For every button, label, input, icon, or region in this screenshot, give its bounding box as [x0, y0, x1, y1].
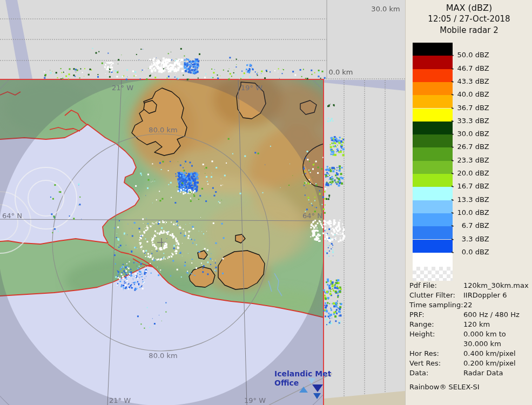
panel-header: MAX (dBZ) 12:05 / 27-Oct-2018 Mobile rad… [406, 2, 532, 36]
info-row: Hor Res:0.400 km/pixel [409, 349, 530, 359]
info-value: 0.400 km/pixel [463, 349, 530, 359]
legend-value-label: ▸10.0 dBZ [452, 208, 489, 217]
radar-application-window: 30.0 km 0.0 km 21° W 19° W 64° N 64° N 8… [0, 0, 532, 405]
legend-color-swatch [413, 161, 453, 174]
legend-color-swatch [413, 122, 453, 134]
lat-label-left: 64° N [2, 212, 22, 220]
info-row: Range:120 km [409, 320, 530, 329]
legend-value-label: ▸0.0 dBZ [452, 248, 489, 256]
legend-color-swatch [413, 69, 453, 82]
radar-display: 30.0 km 0.0 km 21° W 19° W 64° N 64° N 8… [0, 0, 405, 405]
legend-value-label: ▸33.3 dBZ [452, 117, 489, 125]
info-label [409, 339, 463, 349]
legend-color-swatch [413, 240, 453, 253]
info-value: 120km_30km.max [463, 281, 530, 291]
legend-value-label: ▸43.3 dBZ [452, 77, 489, 85]
legend-value-label: ▸30.0 dBZ [452, 130, 489, 138]
info-label: Range: [409, 320, 463, 329]
logo-triangle-mid-up [299, 387, 308, 393]
legend-value-label: ▸3.3 dBZ [452, 235, 489, 243]
legend-value-label: ▸26.7 dBZ [452, 143, 489, 151]
lon-label-bottom-left: 21° W [109, 396, 131, 404]
legend-value-label: ▸50.0 dBZ [452, 51, 489, 59]
legend-color-swatch [413, 82, 453, 95]
ring-label-bottom: 80.0 km [149, 352, 177, 360]
info-row: Height:0.000 km to [409, 329, 530, 339]
info-value: IIRDoppler 6 [463, 291, 530, 300]
met-office-logo-line1: Icelandic Met [274, 369, 334, 379]
legend-value-label: ▸6.7 dBZ [452, 221, 489, 230]
info-value: 120 km [463, 320, 530, 329]
info-value: Radar Data [463, 368, 530, 378]
logo-triangle-navy [312, 384, 323, 392]
info-row: Pdf File:120km_30km.max [409, 281, 530, 291]
info-row: Time sampling:22 [409, 300, 530, 310]
legend-color-swatch [413, 226, 453, 239]
legend-color-swatch [413, 200, 453, 213]
info-label: Data: [409, 368, 463, 378]
legend-value-label: ▸46.7 dBZ [452, 64, 489, 72]
legend-value-label: ▸20.0 dBZ [452, 169, 489, 177]
product-title: MAX (dBZ) [406, 2, 532, 14]
ring-label-top: 80.0 km [149, 126, 177, 134]
legend-color-swatch [413, 187, 453, 200]
lon-label-bottom-right: 19° W [244, 396, 266, 404]
info-label: Time sampling: [409, 300, 463, 310]
radar-name: Mobile radar 2 [406, 25, 532, 36]
info-value: 0.000 km to [463, 329, 530, 339]
legend-color-swatch [413, 95, 453, 108]
info-row: Vert Res:0.200 km/pixel [409, 359, 530, 368]
height-axis-min-label: 0.0 km [329, 68, 353, 76]
legend-value-label: ▸36.7 dBZ [452, 104, 489, 112]
legend-value-label: ▸23.3 dBZ [452, 156, 489, 164]
info-label: Clutter Filter: [409, 291, 463, 300]
met-office-logo: Icelandic Met Office [274, 369, 334, 388]
legend-value-label: ▸16.7 dBZ [452, 182, 489, 190]
legend-color-swatch [413, 56, 453, 69]
info-value: 0.200 km/pixel [463, 359, 530, 368]
legend-color-swatch [413, 134, 453, 147]
legend-below-min-swatch [413, 253, 453, 267]
info-row: PRF:600 Hz / 480 Hz [409, 310, 530, 320]
legend-color-swatch [413, 213, 453, 226]
info-row: 30.000 km [409, 339, 530, 349]
scan-info-block: Pdf File:120km_30km.maxClutter Filter:II… [409, 281, 530, 392]
legend-color-swatch [413, 109, 453, 122]
legend-value-label: ▸40.0 dBZ [452, 90, 489, 98]
lat-label-right: 64° N [302, 212, 322, 220]
legend-transparent-swatch [413, 267, 453, 281]
info-value: 600 Hz / 480 Hz [463, 310, 530, 320]
info-label: PRF: [409, 310, 463, 320]
legend-value-label: ▸13.3 dBZ [452, 195, 489, 204]
info-label: Hor Res: [409, 349, 463, 359]
info-value: 30.000 km [463, 339, 530, 349]
info-label: Vert Res: [409, 359, 463, 368]
info-label: Pdf File: [409, 281, 463, 291]
control-panel: MAX (dBZ) 12:05 / 27-Oct-2018 Mobile rad… [405, 0, 532, 405]
met-office-logo-icon [296, 378, 323, 400]
lon-label-top-left: 21° W [112, 84, 133, 92]
info-value: 22 [463, 300, 530, 310]
legend-color-swatch [413, 174, 453, 187]
legend-color-swatch [413, 147, 453, 160]
vendor-label: Rainbow® SELEX-SI [409, 382, 530, 392]
info-row: Clutter Filter:IIRDoppler 6 [409, 291, 530, 300]
info-row: Data:Radar Data [409, 368, 530, 378]
legend-color-swatch [413, 43, 453, 56]
lon-label-top-right: 19° W [241, 84, 262, 92]
logo-triangle-mid-down [313, 393, 321, 399]
logo-triangle-light [308, 378, 315, 384]
scan-timestamp: 12:05 / 27-Oct-2018 [406, 14, 532, 25]
info-label: Height: [409, 329, 463, 339]
height-axis-max-label: 30.0 km [371, 5, 400, 13]
